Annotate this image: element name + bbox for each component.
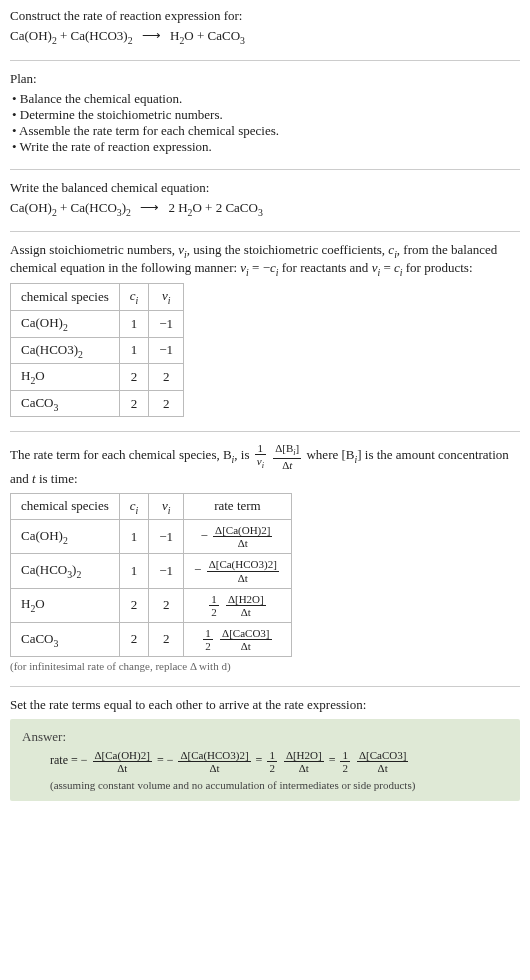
col-species: chemical species bbox=[11, 493, 120, 520]
table-row: Ca(HCO3)2 1 −1 bbox=[11, 337, 184, 364]
plan-item: Write the rate of reaction expression. bbox=[12, 139, 520, 155]
cell-vi: −1 bbox=[149, 337, 184, 364]
cell-ci: 2 bbox=[119, 622, 149, 656]
prompt-section: Construct the rate of reaction expressio… bbox=[10, 8, 520, 46]
prompt-title: Construct the rate of reaction expressio… bbox=[10, 8, 520, 24]
col-vi: νi bbox=[149, 284, 184, 311]
stoich-table: chemical species ci νi Ca(OH)2 1 −1 Ca(H… bbox=[10, 283, 184, 417]
cell-vi: 2 bbox=[149, 364, 184, 391]
rate-lhs: rate bbox=[50, 753, 68, 767]
cell-ci: 2 bbox=[119, 364, 149, 391]
balanced-label: Write the balanced chemical equation: bbox=[10, 180, 520, 196]
frac-dBi-dt: Δ[Bi]Δt bbox=[273, 442, 301, 470]
cell-species: Ca(OH)2 bbox=[11, 310, 120, 337]
col-species: chemical species bbox=[11, 284, 120, 311]
cell-species: H2O bbox=[11, 364, 120, 391]
cell-species: Ca(HCO3)2 bbox=[11, 337, 120, 364]
table-row: Ca(OH)2 1 −1 − Δ[Ca(OH)2]Δt bbox=[11, 520, 292, 554]
assign-text: Assign stoichiometric numbers, νi, using… bbox=[10, 242, 520, 277]
assign-section: Assign stoichiometric numbers, νi, using… bbox=[10, 242, 520, 417]
cell-vi: 2 bbox=[149, 622, 184, 656]
rate-table: chemical species ci νi rate term Ca(OH)2… bbox=[10, 493, 292, 657]
answer-label: Answer: bbox=[22, 729, 508, 745]
answer-equation: rate = − Δ[Ca(OH)2]Δt = − Δ[Ca(HCO3)2]Δt… bbox=[50, 749, 508, 774]
cell-ci: 1 bbox=[119, 310, 149, 337]
final-section: Set the rate terms equal to each other t… bbox=[10, 697, 520, 801]
frac-1-over-vi: 1νi bbox=[255, 442, 266, 470]
cell-ci: 1 bbox=[119, 337, 149, 364]
prompt-equation: Ca(OH)2 + Ca(HCO3)2 ⟶ H2O + CaCO3 bbox=[10, 28, 520, 46]
table-row: H2O 2 2 bbox=[11, 364, 184, 391]
cell-species: H2O bbox=[11, 588, 120, 622]
cell-vi: 2 bbox=[149, 588, 184, 622]
table-header-row: chemical species ci νi bbox=[11, 284, 184, 311]
plan-section: Plan: Balance the chemical equation. Det… bbox=[10, 71, 520, 155]
plan-item: Determine the stoichiometric numbers. bbox=[12, 107, 520, 123]
plan-item: Balance the chemical equation. bbox=[12, 91, 520, 107]
col-ci: ci bbox=[119, 284, 149, 311]
table-row: Ca(HCO3)2 1 −1 − Δ[Ca(HCO3)2]Δt bbox=[11, 554, 292, 588]
cell-species: CaCO3 bbox=[11, 622, 120, 656]
divider bbox=[10, 60, 520, 61]
divider bbox=[10, 431, 520, 432]
cell-species: CaCO3 bbox=[11, 390, 120, 417]
balanced-section: Write the balanced chemical equation: Ca… bbox=[10, 180, 520, 218]
cell-vi: −1 bbox=[149, 310, 184, 337]
rateterm-section: The rate term for each chemical species,… bbox=[10, 442, 520, 672]
table-row: CaCO3 2 2 bbox=[11, 390, 184, 417]
divider bbox=[10, 686, 520, 687]
divider bbox=[10, 169, 520, 170]
rateterm-text: The rate term for each chemical species,… bbox=[10, 442, 520, 486]
cell-species: Ca(HCO3)2 bbox=[11, 554, 120, 588]
cell-vi: −1 bbox=[149, 520, 184, 554]
cell-rate: 12 Δ[H2O]Δt bbox=[184, 588, 292, 622]
divider bbox=[10, 231, 520, 232]
cell-ci: 1 bbox=[119, 554, 149, 588]
balanced-equation: Ca(OH)2 + Ca(HCO3)2 ⟶ 2 H2O + 2 CaCO3 bbox=[10, 200, 520, 218]
table-row: Ca(OH)2 1 −1 bbox=[11, 310, 184, 337]
final-label: Set the rate terms equal to each other t… bbox=[10, 697, 520, 713]
cell-vi: 2 bbox=[149, 390, 184, 417]
infinitesimal-note: (for infinitesimal rate of change, repla… bbox=[10, 660, 520, 672]
plan-label: Plan: bbox=[10, 71, 520, 87]
table-row: H2O 2 2 12 Δ[H2O]Δt bbox=[11, 588, 292, 622]
col-ci: ci bbox=[119, 493, 149, 520]
table-header-row: chemical species ci νi rate term bbox=[11, 493, 292, 520]
cell-vi: −1 bbox=[149, 554, 184, 588]
cell-rate: − Δ[Ca(HCO3)2]Δt bbox=[184, 554, 292, 588]
table-row: CaCO3 2 2 12 Δ[CaCO3]Δt bbox=[11, 622, 292, 656]
answer-note: (assuming constant volume and no accumul… bbox=[50, 779, 508, 791]
cell-ci: 1 bbox=[119, 520, 149, 554]
cell-rate: − Δ[Ca(OH)2]Δt bbox=[184, 520, 292, 554]
plan-item: Assemble the rate term for each chemical… bbox=[12, 123, 520, 139]
cell-rate: 12 Δ[CaCO3]Δt bbox=[184, 622, 292, 656]
answer-box: Answer: rate = − Δ[Ca(OH)2]Δt = − Δ[Ca(H… bbox=[10, 719, 520, 801]
col-vi: νi bbox=[149, 493, 184, 520]
cell-species: Ca(OH)2 bbox=[11, 520, 120, 554]
plan-list: Balance the chemical equation. Determine… bbox=[10, 91, 520, 155]
col-rate: rate term bbox=[184, 493, 292, 520]
cell-ci: 2 bbox=[119, 390, 149, 417]
cell-ci: 2 bbox=[119, 588, 149, 622]
